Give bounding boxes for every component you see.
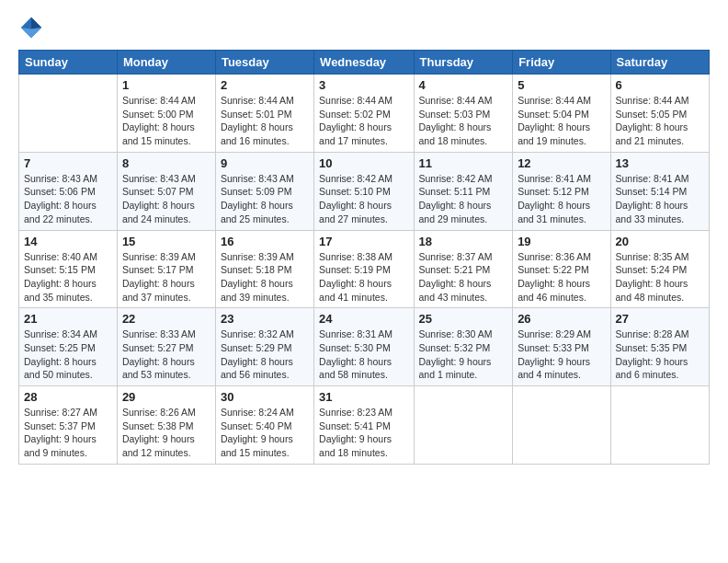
calendar-cell: 28Sunrise: 8:27 AM Sunset: 5:37 PM Dayli… — [19, 386, 118, 465]
day-number: 27 — [616, 312, 704, 326]
day-number: 12 — [518, 156, 605, 170]
day-number: 3 — [319, 78, 408, 92]
day-info: Sunrise: 8:34 AM Sunset: 5:25 PM Dayligh… — [24, 327, 112, 382]
calendar-cell: 17Sunrise: 8:38 AM Sunset: 5:19 PM Dayli… — [314, 230, 414, 308]
day-number: 4 — [419, 78, 508, 92]
day-number: 23 — [221, 312, 309, 326]
calendar-table: SundayMondayTuesdayWednesdayThursdayFrid… — [18, 50, 710, 465]
day-info: Sunrise: 8:41 AM Sunset: 5:14 PM Dayligh… — [616, 172, 704, 226]
page: SundayMondayTuesdayWednesdayThursdayFrid… — [0, 0, 728, 563]
day-info: Sunrise: 8:30 AM Sunset: 5:32 PM Dayligh… — [419, 327, 508, 382]
header — [18, 15, 710, 40]
day-number: 6 — [616, 78, 704, 92]
calendar-week-row: 28Sunrise: 8:27 AM Sunset: 5:37 PM Dayli… — [19, 386, 710, 465]
calendar-cell: 3Sunrise: 8:44 AM Sunset: 5:02 PM Daylig… — [314, 75, 414, 153]
day-number: 17 — [319, 235, 408, 248]
day-number: 11 — [419, 156, 508, 170]
day-info: Sunrise: 8:43 AM Sunset: 5:09 PM Dayligh… — [221, 172, 309, 226]
calendar-cell: 26Sunrise: 8:29 AM Sunset: 5:33 PM Dayli… — [513, 308, 610, 386]
day-info: Sunrise: 8:44 AM Sunset: 5:05 PM Dayligh… — [616, 94, 704, 148]
header-row: SundayMondayTuesdayWednesdayThursdayFrid… — [19, 51, 710, 75]
day-info: Sunrise: 8:39 AM Sunset: 5:18 PM Dayligh… — [221, 250, 309, 304]
day-number: 13 — [616, 156, 704, 170]
calendar-cell: 7Sunrise: 8:43 AM Sunset: 5:06 PM Daylig… — [19, 152, 118, 230]
calendar-cell: 25Sunrise: 8:30 AM Sunset: 5:32 PM Dayli… — [414, 308, 513, 386]
calendar-cell — [414, 386, 513, 465]
calendar-cell: 31Sunrise: 8:23 AM Sunset: 5:41 PM Dayli… — [314, 386, 414, 465]
day-info: Sunrise: 8:26 AM Sunset: 5:38 PM Dayligh… — [122, 406, 210, 460]
calendar-week-row: 21Sunrise: 8:34 AM Sunset: 5:25 PM Dayli… — [19, 308, 710, 386]
day-number: 25 — [419, 312, 508, 326]
calendar-cell: 21Sunrise: 8:34 AM Sunset: 5:25 PM Dayli… — [19, 308, 118, 386]
day-info: Sunrise: 8:31 AM Sunset: 5:30 PM Dayligh… — [319, 327, 408, 382]
day-number: 24 — [319, 312, 408, 326]
header-day: Tuesday — [215, 51, 313, 75]
day-info: Sunrise: 8:40 AM Sunset: 5:15 PM Dayligh… — [24, 250, 112, 304]
day-number: 14 — [24, 235, 112, 248]
calendar-cell: 6Sunrise: 8:44 AM Sunset: 5:05 PM Daylig… — [610, 75, 709, 153]
day-info: Sunrise: 8:32 AM Sunset: 5:29 PM Dayligh… — [221, 327, 309, 382]
day-info: Sunrise: 8:42 AM Sunset: 5:10 PM Dayligh… — [319, 172, 408, 226]
calendar-cell: 15Sunrise: 8:39 AM Sunset: 5:17 PM Dayli… — [117, 230, 215, 308]
header-day: Wednesday — [314, 51, 414, 75]
day-info: Sunrise: 8:28 AM Sunset: 5:35 PM Dayligh… — [616, 327, 704, 382]
day-info: Sunrise: 8:43 AM Sunset: 5:06 PM Dayligh… — [24, 172, 112, 226]
day-number: 28 — [24, 390, 112, 404]
day-number: 19 — [518, 235, 605, 248]
day-number: 18 — [419, 235, 508, 248]
calendar-cell — [513, 386, 610, 465]
day-info: Sunrise: 8:44 AM Sunset: 5:04 PM Dayligh… — [518, 94, 605, 148]
day-info: Sunrise: 8:38 AM Sunset: 5:19 PM Dayligh… — [319, 250, 408, 304]
day-number: 20 — [616, 235, 704, 248]
day-info: Sunrise: 8:24 AM Sunset: 5:40 PM Dayligh… — [221, 406, 309, 460]
calendar-week-row: 1Sunrise: 8:44 AM Sunset: 5:00 PM Daylig… — [19, 75, 710, 153]
day-info: Sunrise: 8:42 AM Sunset: 5:11 PM Dayligh… — [419, 172, 508, 226]
calendar-cell: 19Sunrise: 8:36 AM Sunset: 5:22 PM Dayli… — [513, 230, 610, 308]
day-info: Sunrise: 8:36 AM Sunset: 5:22 PM Dayligh… — [518, 250, 605, 304]
calendar-cell — [610, 386, 709, 465]
calendar-cell: 13Sunrise: 8:41 AM Sunset: 5:14 PM Dayli… — [610, 152, 709, 230]
day-info: Sunrise: 8:37 AM Sunset: 5:21 PM Dayligh… — [419, 250, 508, 304]
calendar-cell: 10Sunrise: 8:42 AM Sunset: 5:10 PM Dayli… — [314, 152, 414, 230]
logo — [18, 15, 48, 40]
calendar-cell: 20Sunrise: 8:35 AM Sunset: 5:24 PM Dayli… — [610, 230, 709, 308]
calendar-cell: 1Sunrise: 8:44 AM Sunset: 5:00 PM Daylig… — [117, 75, 215, 153]
day-info: Sunrise: 8:41 AM Sunset: 5:12 PM Dayligh… — [518, 172, 605, 226]
calendar-week-row: 14Sunrise: 8:40 AM Sunset: 5:15 PM Dayli… — [19, 230, 710, 308]
day-number: 21 — [24, 312, 112, 326]
calendar-cell: 14Sunrise: 8:40 AM Sunset: 5:15 PM Dayli… — [19, 230, 118, 308]
calendar-cell: 29Sunrise: 8:26 AM Sunset: 5:38 PM Dayli… — [117, 386, 215, 465]
day-number: 10 — [319, 156, 408, 170]
calendar-cell: 30Sunrise: 8:24 AM Sunset: 5:40 PM Dayli… — [215, 386, 313, 465]
day-info: Sunrise: 8:35 AM Sunset: 5:24 PM Dayligh… — [616, 250, 704, 304]
svg-marker-1 — [31, 17, 41, 29]
day-number: 16 — [221, 235, 309, 248]
calendar-week-row: 7Sunrise: 8:43 AM Sunset: 5:06 PM Daylig… — [19, 152, 710, 230]
day-info: Sunrise: 8:27 AM Sunset: 5:37 PM Dayligh… — [24, 406, 112, 460]
calendar-cell: 27Sunrise: 8:28 AM Sunset: 5:35 PM Dayli… — [610, 308, 709, 386]
day-number: 26 — [518, 312, 605, 326]
day-info: Sunrise: 8:44 AM Sunset: 5:03 PM Dayligh… — [419, 94, 508, 148]
header-day: Friday — [513, 51, 610, 75]
day-info: Sunrise: 8:44 AM Sunset: 5:00 PM Dayligh… — [122, 94, 210, 148]
calendar-cell: 2Sunrise: 8:44 AM Sunset: 5:01 PM Daylig… — [215, 75, 313, 153]
logo-icon — [18, 15, 44, 40]
day-info: Sunrise: 8:33 AM Sunset: 5:27 PM Dayligh… — [122, 327, 210, 382]
header-day: Monday — [117, 51, 215, 75]
calendar-cell: 24Sunrise: 8:31 AM Sunset: 5:30 PM Dayli… — [314, 308, 414, 386]
day-number: 2 — [221, 78, 309, 92]
calendar-cell: 12Sunrise: 8:41 AM Sunset: 5:12 PM Dayli… — [513, 152, 610, 230]
day-number: 7 — [24, 156, 112, 170]
day-info: Sunrise: 8:44 AM Sunset: 5:01 PM Dayligh… — [221, 94, 309, 148]
calendar-cell: 4Sunrise: 8:44 AM Sunset: 5:03 PM Daylig… — [414, 75, 513, 153]
calendar-cell — [19, 75, 118, 153]
day-number: 1 — [122, 78, 210, 92]
day-number: 30 — [221, 390, 309, 404]
day-number: 31 — [319, 390, 408, 404]
header-day: Thursday — [414, 51, 513, 75]
day-info: Sunrise: 8:23 AM Sunset: 5:41 PM Dayligh… — [319, 406, 408, 460]
day-number: 22 — [122, 312, 210, 326]
calendar-cell: 23Sunrise: 8:32 AM Sunset: 5:29 PM Dayli… — [215, 308, 313, 386]
calendar-cell: 16Sunrise: 8:39 AM Sunset: 5:18 PM Dayli… — [215, 230, 313, 308]
day-info: Sunrise: 8:44 AM Sunset: 5:02 PM Dayligh… — [319, 94, 408, 148]
